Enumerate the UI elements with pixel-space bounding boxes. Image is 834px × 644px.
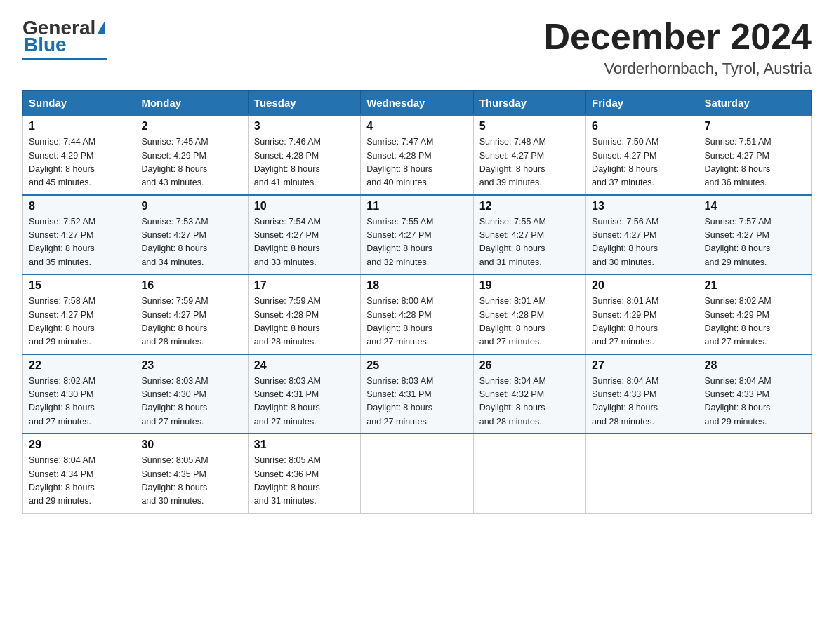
- calendar-week-row: 29Sunrise: 8:04 AMSunset: 4:34 PMDayligh…: [23, 434, 812, 513]
- day-number: 4: [366, 120, 467, 133]
- calendar-cell: 8Sunrise: 7:52 AMSunset: 4:27 PMDaylight…: [23, 195, 135, 275]
- calendar-week-row: 8Sunrise: 7:52 AMSunset: 4:27 PMDaylight…: [23, 195, 812, 275]
- day-info: Sunrise: 7:57 AMSunset: 4:27 PMDaylight:…: [705, 215, 805, 270]
- day-number: 8: [29, 200, 129, 213]
- calendar-cell: 12Sunrise: 7:55 AMSunset: 4:27 PMDayligh…: [473, 195, 585, 275]
- day-number: 28: [705, 359, 805, 372]
- calendar-cell: 14Sunrise: 7:57 AMSunset: 4:27 PMDayligh…: [699, 195, 811, 275]
- calendar-cell: 30Sunrise: 8:05 AMSunset: 4:35 PMDayligh…: [135, 434, 248, 513]
- day-number: 10: [254, 200, 355, 213]
- day-info: Sunrise: 7:56 AMSunset: 4:27 PMDaylight:…: [592, 215, 692, 270]
- calendar-header-wednesday: Wednesday: [361, 91, 473, 116]
- calendar-cell: 25Sunrise: 8:03 AMSunset: 4:31 PMDayligh…: [361, 354, 473, 434]
- calendar-header-friday: Friday: [586, 91, 699, 116]
- day-number: 12: [479, 200, 580, 213]
- header-area: General Blue December 2024 Vorderhornbac…: [22, 17, 812, 78]
- calendar-week-row: 22Sunrise: 8:02 AMSunset: 4:30 PMDayligh…: [23, 354, 812, 434]
- calendar-header-thursday: Thursday: [473, 91, 585, 116]
- calendar-cell: 3Sunrise: 7:46 AMSunset: 4:28 PMDaylight…: [248, 115, 360, 195]
- day-info: Sunrise: 7:48 AMSunset: 4:27 PMDaylight:…: [479, 135, 580, 190]
- day-info: Sunrise: 7:44 AMSunset: 4:29 PMDaylight:…: [29, 135, 129, 190]
- day-info: Sunrise: 7:53 AMSunset: 4:27 PMDaylight:…: [141, 215, 241, 270]
- day-number: 27: [592, 359, 692, 372]
- day-info: Sunrise: 8:03 AMSunset: 4:30 PMDaylight:…: [141, 375, 241, 429]
- day-number: 2: [141, 120, 241, 133]
- day-number: 29: [29, 438, 129, 451]
- calendar-empty-cell: [473, 434, 585, 513]
- calendar-body: 1Sunrise: 7:44 AMSunset: 4:29 PMDaylight…: [23, 115, 812, 513]
- day-info: Sunrise: 8:02 AMSunset: 4:30 PMDaylight:…: [29, 375, 129, 429]
- calendar-cell: 20Sunrise: 8:01 AMSunset: 4:29 PMDayligh…: [586, 274, 699, 354]
- day-number: 3: [254, 120, 355, 133]
- month-title: December 2024: [543, 17, 812, 57]
- calendar-cell: 13Sunrise: 7:56 AMSunset: 4:27 PMDayligh…: [586, 195, 699, 275]
- day-info: Sunrise: 8:05 AMSunset: 4:36 PMDaylight:…: [254, 454, 355, 509]
- calendar-cell: 17Sunrise: 7:59 AMSunset: 4:28 PMDayligh…: [248, 274, 360, 354]
- calendar-cell: 24Sunrise: 8:03 AMSunset: 4:31 PMDayligh…: [248, 354, 360, 434]
- day-info: Sunrise: 8:04 AMSunset: 4:34 PMDaylight:…: [29, 454, 129, 509]
- calendar-header-tuesday: Tuesday: [248, 91, 360, 116]
- logo-underline: [22, 58, 107, 60]
- day-info: Sunrise: 7:59 AMSunset: 4:28 PMDaylight:…: [254, 295, 355, 349]
- day-number: 22: [29, 359, 129, 372]
- day-info: Sunrise: 7:51 AMSunset: 4:27 PMDaylight:…: [705, 135, 805, 190]
- day-number: 6: [592, 120, 692, 133]
- calendar-cell: 16Sunrise: 7:59 AMSunset: 4:27 PMDayligh…: [135, 274, 248, 354]
- logo-blue-label: Blue: [24, 34, 67, 56]
- day-number: 19: [479, 279, 580, 292]
- calendar-week-row: 1Sunrise: 7:44 AMSunset: 4:29 PMDaylight…: [23, 115, 812, 195]
- calendar-header-monday: Monday: [135, 91, 248, 116]
- day-info: Sunrise: 8:02 AMSunset: 4:29 PMDaylight:…: [705, 295, 805, 349]
- calendar-cell: 5Sunrise: 7:48 AMSunset: 4:27 PMDaylight…: [473, 115, 585, 195]
- day-number: 13: [592, 200, 692, 213]
- day-info: Sunrise: 7:46 AMSunset: 4:28 PMDaylight:…: [254, 135, 355, 190]
- day-info: Sunrise: 7:55 AMSunset: 4:27 PMDaylight:…: [479, 215, 580, 270]
- calendar-header-sunday: Sunday: [23, 91, 135, 116]
- day-info: Sunrise: 8:04 AMSunset: 4:33 PMDaylight:…: [592, 375, 692, 429]
- day-number: 9: [141, 200, 241, 213]
- calendar-cell: 1Sunrise: 7:44 AMSunset: 4:29 PMDaylight…: [23, 115, 135, 195]
- day-number: 11: [366, 200, 467, 213]
- calendar-week-row: 15Sunrise: 7:58 AMSunset: 4:27 PMDayligh…: [23, 274, 812, 354]
- day-info: Sunrise: 7:54 AMSunset: 4:27 PMDaylight:…: [254, 215, 355, 270]
- calendar-cell: 21Sunrise: 8:02 AMSunset: 4:29 PMDayligh…: [699, 274, 811, 354]
- day-number: 7: [705, 120, 805, 133]
- logo-area: General Blue: [22, 17, 107, 60]
- day-number: 26: [479, 359, 580, 372]
- day-number: 5: [479, 120, 580, 133]
- day-info: Sunrise: 7:58 AMSunset: 4:27 PMDaylight:…: [29, 295, 129, 349]
- day-number: 31: [254, 438, 355, 451]
- calendar-cell: 10Sunrise: 7:54 AMSunset: 4:27 PMDayligh…: [248, 195, 360, 275]
- location-subtitle: Vorderhornbach, Tyrol, Austria: [543, 60, 812, 78]
- calendar-empty-cell: [586, 434, 699, 513]
- day-info: Sunrise: 8:00 AMSunset: 4:28 PMDaylight:…: [366, 295, 467, 349]
- calendar-table: SundayMondayTuesdayWednesdayThursdayFrid…: [22, 90, 812, 514]
- calendar-cell: 31Sunrise: 8:05 AMSunset: 4:36 PMDayligh…: [248, 434, 360, 513]
- day-number: 1: [29, 120, 129, 133]
- day-info: Sunrise: 8:03 AMSunset: 4:31 PMDaylight:…: [366, 375, 467, 429]
- day-info: Sunrise: 8:01 AMSunset: 4:28 PMDaylight:…: [479, 295, 580, 349]
- day-number: 24: [254, 359, 355, 372]
- calendar-cell: 18Sunrise: 8:00 AMSunset: 4:28 PMDayligh…: [361, 274, 473, 354]
- logo-triangle-icon: [97, 20, 105, 34]
- day-number: 16: [141, 279, 241, 292]
- day-number: 14: [705, 200, 805, 213]
- day-info: Sunrise: 8:04 AMSunset: 4:32 PMDaylight:…: [479, 375, 580, 429]
- day-info: Sunrise: 7:47 AMSunset: 4:28 PMDaylight:…: [366, 135, 467, 190]
- calendar-empty-cell: [699, 434, 811, 513]
- calendar-cell: 26Sunrise: 8:04 AMSunset: 4:32 PMDayligh…: [473, 354, 585, 434]
- day-info: Sunrise: 8:04 AMSunset: 4:33 PMDaylight:…: [705, 375, 805, 429]
- calendar-cell: 27Sunrise: 8:04 AMSunset: 4:33 PMDayligh…: [586, 354, 699, 434]
- day-info: Sunrise: 7:45 AMSunset: 4:29 PMDaylight:…: [141, 135, 241, 190]
- day-number: 30: [141, 438, 241, 451]
- day-info: Sunrise: 8:01 AMSunset: 4:29 PMDaylight:…: [592, 295, 692, 349]
- day-number: 20: [592, 279, 692, 292]
- calendar-header-saturday: Saturday: [699, 91, 811, 116]
- day-number: 17: [254, 279, 355, 292]
- day-number: 15: [29, 279, 129, 292]
- calendar-empty-cell: [361, 434, 473, 513]
- day-info: Sunrise: 8:03 AMSunset: 4:31 PMDaylight:…: [254, 375, 355, 429]
- day-number: 18: [366, 279, 467, 292]
- day-number: 23: [141, 359, 241, 372]
- day-info: Sunrise: 7:55 AMSunset: 4:27 PMDaylight:…: [366, 215, 467, 270]
